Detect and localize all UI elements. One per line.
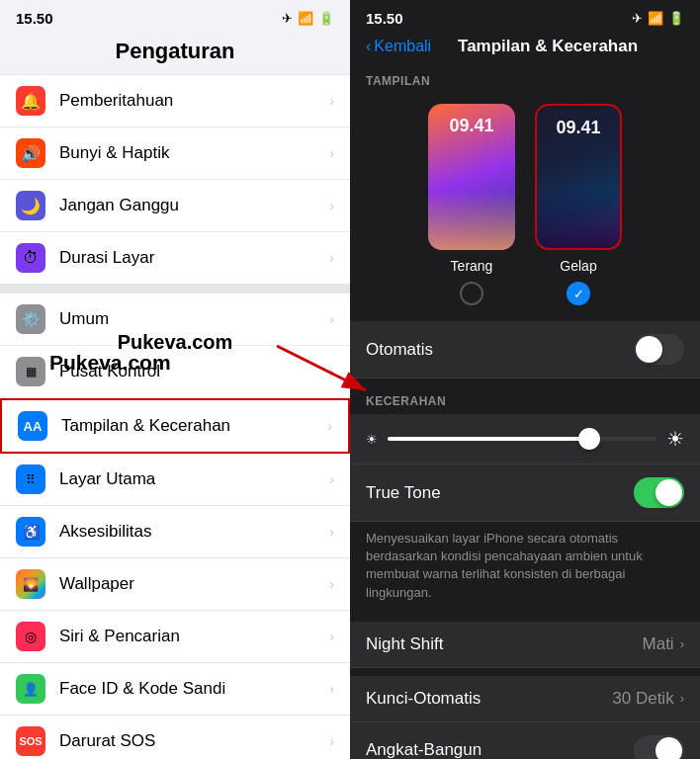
label-night-shift: Night Shift	[366, 634, 643, 654]
chevron-umum: ›	[329, 311, 334, 327]
row-tampilan-kecerahan[interactable]: AA Tampilan & Kecerahan ›	[0, 398, 350, 454]
brightness-slider[interactable]	[388, 437, 656, 441]
terang-unselected	[460, 282, 483, 305]
section-tampilan-label: TAMPILAN	[350, 66, 700, 94]
brightness-row: ☀ ☀	[350, 414, 700, 464]
label-true-tone: True Tone	[366, 483, 634, 503]
icon-face-id: 👤	[16, 674, 45, 704]
row-siri[interactable]: ◎ Siri & Pencarian ›	[0, 611, 350, 663]
label-durasi-layar: Durasi Layar	[59, 248, 329, 268]
airplane-icon-right: ✈	[632, 11, 643, 26]
chevron-back-icon: ‹	[366, 38, 371, 55]
icon-layar-utama: ⠿	[16, 464, 45, 494]
chevron-pemberitahuan: ›	[329, 93, 334, 109]
row-jangan-ganggu[interactable]: 🌙 Jangan Ganggu ›	[0, 180, 350, 232]
row-face-id[interactable]: 👤 Face ID & Kode Sandi ›	[0, 663, 350, 716]
right-content: TAMPILAN 09.41 Terang 09.41 Gelap ✓	[350, 66, 700, 759]
label-aksesibilitas: Aksesibilitas	[59, 522, 329, 542]
left-panel: 15.50 ✈ 📶 🔋 Pengaturan 🔔 Pemberitahuan ›…	[0, 0, 350, 759]
status-icons-right: ✈ 📶 🔋	[632, 11, 684, 26]
icon-wallpaper: 🌄	[16, 569, 45, 599]
phone-preview-light: 09.41	[428, 104, 515, 250]
status-time-left: 15.50	[16, 10, 53, 27]
chevron-bunyi: ›	[329, 145, 334, 161]
right-nav: ‹ Kembali Tampilan & Kecerahan	[350, 33, 700, 66]
icon-tampilan: AA	[18, 411, 47, 441]
row-kunci-otomatis[interactable]: Kunci-Otomatis 30 Detik ›	[350, 676, 700, 722]
row-aksesibilitas[interactable]: ♿ Aksesibilitas ›	[0, 506, 350, 558]
chevron-jangan-ganggu: ›	[329, 198, 334, 213]
gap-2	[350, 614, 700, 622]
appearance-label-gelap: Gelap	[560, 258, 596, 274]
toggle-true-tone[interactable]	[634, 477, 684, 508]
label-pusat-kontrol: Pusat Kontrol	[59, 362, 329, 381]
row-night-shift[interactable]: Night Shift Mati ›	[350, 622, 700, 668]
row-durasi-layar[interactable]: ⏱ Durasi Layar ›	[0, 232, 350, 285]
label-tampilan: Tampilan & Kecerahan	[61, 416, 327, 436]
status-bar-right: 15.50 ✈ 📶 🔋	[350, 0, 700, 33]
label-bunyi: Bunyi & Haptik	[59, 143, 329, 163]
status-time-right: 15.50	[366, 10, 403, 27]
icon-jangan-ganggu: 🌙	[16, 191, 45, 220]
status-bar-left: 15.50 ✈ 📶 🔋	[0, 0, 350, 33]
label-siri: Siri & Pencarian	[59, 627, 329, 646]
label-wallpaper: Wallpaper	[59, 574, 329, 594]
icon-bunyi: 🔊	[16, 138, 45, 168]
row-pusat-kontrol[interactable]: ▦ Pusat Kontrol ›	[0, 346, 350, 398]
airplane-icon: ✈	[282, 11, 293, 26]
row-otomatis[interactable]: Otomatis	[350, 321, 700, 379]
wifi-icon-right: 📶	[648, 11, 663, 26]
toggle-otomatis[interactable]	[634, 334, 684, 365]
label-pemberitahuan: Pemberitahuan	[59, 91, 329, 111]
chevron-face-id: ›	[329, 681, 334, 697]
icon-pusat-kontrol: ▦	[16, 357, 45, 386]
icon-durasi-layar: ⏱	[16, 243, 45, 273]
battery-icon-right: 🔋	[668, 11, 684, 26]
icon-siri: ◎	[16, 622, 45, 651]
preview-time-dark: 09.41	[556, 118, 600, 138]
brightness-thumb[interactable]	[578, 428, 600, 450]
chevron-layar-utama: ›	[329, 471, 334, 487]
appearance-terang[interactable]: 09.41 Terang	[428, 104, 515, 305]
nav-title: Tampilan & Kecerahan	[431, 37, 664, 56]
section-2: ⚙️ Umum › ▦ Pusat Kontrol › AA Tampilan …	[0, 293, 350, 759]
chevron-aksesibilitas: ›	[329, 524, 334, 540]
chevron-darurat-sos: ›	[329, 733, 334, 749]
preview-time-light: 09.41	[449, 116, 493, 136]
nav-back-label: Kembali	[374, 38, 431, 55]
chevron-siri: ›	[329, 629, 334, 644]
icon-darurat-sos: SOS	[16, 726, 45, 756]
row-wallpaper[interactable]: 🌄 Wallpaper ›	[0, 558, 350, 611]
value-kunci-otomatis: 30 Detik	[612, 689, 673, 709]
section-1: 🔔 Pemberitahuan › 🔊 Bunyi & Haptik › 🌙 J…	[0, 74, 350, 285]
row-bunyi[interactable]: 🔊 Bunyi & Haptik ›	[0, 127, 350, 180]
battery-icon: 🔋	[318, 11, 334, 26]
wifi-icon: 📶	[298, 11, 313, 26]
gap-3	[350, 668, 700, 676]
row-darurat-sos[interactable]: SOS Darurat SOS ›	[0, 716, 350, 759]
chevron-pusat-kontrol: ›	[329, 364, 334, 380]
label-umum: Umum	[59, 309, 329, 329]
label-angkat-bangun: Angkat-Bangun	[366, 740, 634, 759]
label-layar-utama: Layar Utama	[59, 469, 329, 489]
left-header: Pengaturan	[0, 33, 350, 74]
nav-back-button[interactable]: ‹ Kembali	[366, 38, 431, 55]
true-tone-description: Menyesuaikan layar iPhone secara otomati…	[350, 522, 700, 614]
row-angkat-bangun[interactable]: Angkat-Bangun	[350, 722, 700, 759]
status-icons-left: ✈ 📶 🔋	[282, 11, 334, 26]
right-panel: 15.50 ✈ 📶 🔋 ‹ Kembali Tampilan & Kecerah…	[350, 0, 700, 759]
label-face-id: Face ID & Kode Sandi	[59, 679, 329, 699]
label-jangan-ganggu: Jangan Ganggu	[59, 196, 329, 215]
section-kecerahan-label: KECERAHAN	[350, 386, 700, 414]
appearance-gelap[interactable]: 09.41 Gelap ✓	[535, 104, 622, 305]
gap-1	[350, 379, 700, 386]
brightness-fill	[388, 437, 589, 441]
row-layar-utama[interactable]: ⠿ Layar Utama ›	[0, 454, 350, 506]
gelap-selected-check: ✓	[567, 282, 590, 305]
label-kunci-otomatis: Kunci-Otomatis	[366, 689, 612, 709]
label-otomatis: Otomatis	[366, 340, 634, 360]
row-pemberitahuan[interactable]: 🔔 Pemberitahuan ›	[0, 74, 350, 127]
row-umum[interactable]: ⚙️ Umum ›	[0, 293, 350, 346]
row-true-tone[interactable]: True Tone	[350, 464, 700, 522]
toggle-angkat-bangun[interactable]	[634, 735, 684, 759]
